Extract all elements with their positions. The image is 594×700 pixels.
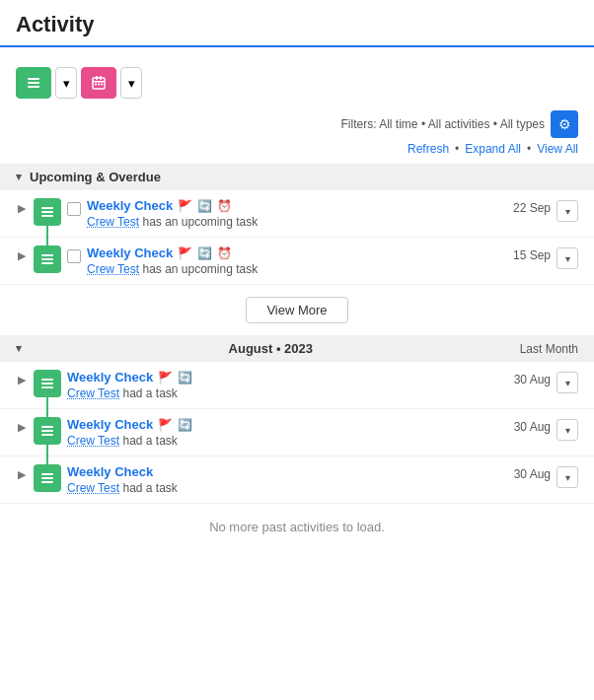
- crew-link[interactable]: Crew Test: [87, 215, 139, 229]
- expand-button[interactable]: ▶: [16, 200, 28, 217]
- item-content: Weekly Check Crew Test had a task: [67, 464, 508, 495]
- page-header: Activity: [0, 0, 594, 47]
- calendar-icon: [91, 75, 107, 91]
- gear-button[interactable]: ⚙: [551, 110, 578, 138]
- activity-item: ▶ Weekly Check 🚩 🔄 ⏰ Crew Test has an up…: [0, 190, 594, 238]
- chevron-down-icon: ▾: [128, 76, 135, 91]
- item-content: Weekly Check 🚩 🔄 Crew Test had a task: [67, 417, 508, 448]
- item-icon: [34, 245, 61, 273]
- svg-rect-23: [41, 477, 53, 479]
- view-all-link[interactable]: View All: [537, 142, 578, 156]
- flag-icon: 🚩: [158, 371, 173, 385]
- expand-button[interactable]: ▶: [16, 466, 28, 483]
- svg-rect-13: [41, 254, 53, 256]
- item-title-row: Weekly Check 🚩 🔄: [67, 417, 508, 432]
- item-title[interactable]: Weekly Check: [67, 464, 153, 479]
- recur-icon: 🔄: [178, 371, 192, 385]
- section-header-upcoming: ▾ Upcoming & Overdue: [0, 164, 594, 190]
- crew-link[interactable]: Crew Test: [87, 262, 139, 276]
- item-title[interactable]: Weekly Check: [87, 198, 173, 213]
- item-dropdown-button[interactable]: ▾: [557, 419, 578, 441]
- flag-icon: 🚩: [158, 418, 173, 432]
- item-title-row: Weekly Check 🚩 🔄: [67, 370, 508, 385]
- item-dropdown-button[interactable]: ▾: [557, 466, 578, 488]
- alarm-icon: ⏰: [217, 199, 232, 213]
- no-more-text: No more past activities to load.: [0, 504, 594, 550]
- item-title-row: Weekly Check: [67, 464, 508, 479]
- svg-rect-8: [98, 84, 100, 86]
- alarm-icon: ⏰: [217, 246, 232, 260]
- item-icon: [34, 464, 61, 492]
- svg-rect-20: [41, 430, 53, 432]
- chevron-down-icon: ▾: [16, 342, 22, 355]
- svg-rect-5: [100, 76, 102, 80]
- svg-rect-12: [41, 215, 53, 217]
- item-subtitle: Crew Test has an upcoming task: [87, 262, 507, 276]
- item-dropdown-button[interactable]: ▾: [557, 200, 578, 222]
- svg-rect-4: [96, 76, 98, 80]
- filters-text: Filters: All time • All activities • All…: [341, 117, 545, 131]
- svg-rect-24: [41, 481, 53, 483]
- actions-row: Refresh • Expand All • View All: [0, 140, 594, 164]
- svg-rect-19: [41, 426, 53, 428]
- filters-row: Filters: All time • All activities • All…: [0, 106, 594, 140]
- item-checkbox[interactable]: [67, 249, 81, 263]
- calendar-dropdown-button[interactable]: ▾: [120, 67, 142, 99]
- svg-rect-0: [28, 78, 39, 80]
- svg-rect-9: [101, 84, 103, 86]
- activity-item: ▶ Weekly Check 🚩 🔄 Crew Test had a task: [0, 409, 594, 456]
- svg-rect-2: [28, 86, 39, 88]
- item-content: Weekly Check 🚩 🔄 ⏰ Crew Test has an upco…: [87, 198, 507, 229]
- item-date: 30 Aug: [514, 467, 551, 481]
- svg-rect-1: [28, 82, 39, 84]
- item-subtitle: Crew Test had a task: [67, 434, 508, 448]
- item-title-row: Weekly Check 🚩 🔄 ⏰: [87, 198, 507, 213]
- item-title[interactable]: Weekly Check: [87, 245, 173, 260]
- list-dropdown-button[interactable]: ▾: [55, 67, 77, 99]
- refresh-link[interactable]: Refresh: [408, 142, 449, 156]
- item-subtitle: Crew Test had a task: [67, 386, 508, 400]
- list-view-button[interactable]: [16, 67, 51, 99]
- item-date: 22 Sep: [513, 201, 551, 215]
- crew-link[interactable]: Crew Test: [67, 434, 119, 448]
- activity-list-upcoming: ▶ Weekly Check 🚩 🔄 ⏰ Crew Test has an up…: [0, 190, 594, 285]
- svg-rect-15: [41, 262, 53, 264]
- calendar-view-button[interactable]: [81, 67, 116, 99]
- recur-icon: 🔄: [178, 418, 192, 432]
- item-checkbox[interactable]: [67, 202, 81, 216]
- activity-item: ▶ Weekly Check Crew Test had a task: [0, 456, 594, 504]
- flag-icon: 🚩: [178, 199, 192, 213]
- item-subtitle: Crew Test has an upcoming task: [87, 215, 507, 229]
- item-icon: [34, 417, 61, 445]
- item-title-row: Weekly Check 🚩 🔄 ⏰: [87, 245, 507, 260]
- activity-list-august: ▶ Weekly Check 🚩 🔄 Crew Test had a task: [0, 362, 594, 504]
- recur-icon: 🔄: [197, 246, 212, 260]
- expand-button[interactable]: ▶: [16, 419, 28, 436]
- view-more-button[interactable]: View More: [246, 297, 347, 323]
- item-content: Weekly Check 🚩 🔄 ⏰ Crew Test has an upco…: [87, 245, 507, 276]
- expand-button[interactable]: ▶: [16, 372, 28, 388]
- item-subtitle: Crew Test had a task: [67, 481, 508, 495]
- item-icon: [34, 198, 61, 226]
- svg-rect-21: [41, 434, 53, 436]
- section-header-august: ▾ August • 2023 Last Month: [0, 335, 594, 362]
- crew-link[interactable]: Crew Test: [67, 386, 119, 400]
- view-more-row: View More: [0, 285, 594, 335]
- item-content: Weekly Check 🚩 🔄 Crew Test had a task: [67, 370, 508, 400]
- svg-rect-17: [41, 383, 53, 385]
- svg-rect-22: [41, 473, 53, 475]
- chevron-down-icon: ▾: [16, 171, 22, 183]
- svg-rect-11: [41, 211, 53, 213]
- gear-icon: ⚙: [558, 116, 571, 132]
- activity-container: ▾ Upcoming & Overdue ▶ Weekly Check 🚩 🔄 …: [0, 164, 594, 550]
- expand-all-link[interactable]: Expand All: [465, 142, 521, 156]
- item-dropdown-button[interactable]: ▾: [557, 247, 578, 269]
- item-icon: [34, 370, 61, 397]
- item-dropdown-button[interactable]: ▾: [557, 372, 578, 393]
- section-label: Upcoming & Overdue: [30, 170, 161, 184]
- item-title[interactable]: Weekly Check: [67, 370, 153, 385]
- crew-link[interactable]: Crew Test: [67, 481, 119, 495]
- page-title: Activity: [16, 12, 578, 45]
- item-title[interactable]: Weekly Check: [67, 417, 153, 432]
- expand-button[interactable]: ▶: [16, 247, 28, 264]
